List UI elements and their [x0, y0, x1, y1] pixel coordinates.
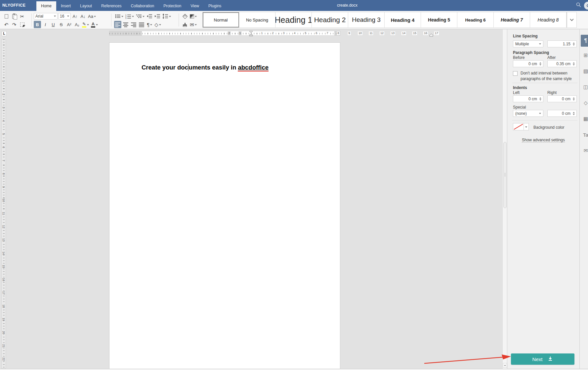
align-right-button[interactable]: [130, 21, 137, 28]
redo-icon: ↷: [12, 22, 17, 27]
chevron-down-icon: [67, 16, 69, 18]
style-heading-5[interactable]: Heading 5: [421, 12, 457, 27]
style-heading-2[interactable]: Heading 2: [312, 12, 348, 27]
style-heading-7[interactable]: Heading 7: [494, 12, 530, 27]
tab-layout[interactable]: Layout: [75, 1, 97, 11]
tab-collaboration[interactable]: Collaboration: [126, 1, 159, 11]
no-interval-checkbox[interactable]: [513, 71, 518, 76]
vertical-ruler[interactable]: 1234567891011121314151617181920212223: [1, 39, 6, 369]
tab-plugins[interactable]: Plugins: [204, 1, 226, 11]
copy-button[interactable]: [3, 13, 10, 20]
image-settings-icon[interactable]: ▧: [581, 65, 588, 77]
numbering-button[interactable]: 123: [125, 13, 135, 20]
paste-button[interactable]: [11, 13, 18, 20]
tab-view[interactable]: View: [186, 1, 204, 11]
line-spacing-select[interactable]: Multiple: [513, 40, 543, 47]
spinner-arrows[interactable]: [539, 96, 542, 102]
table-shading-button[interactable]: [189, 13, 197, 20]
mail-merge-button[interactable]: ✉: [189, 21, 197, 28]
superscript-button[interactable]: A²: [65, 21, 73, 28]
undo-button[interactable]: ↶: [3, 21, 10, 28]
spinner-arrows[interactable]: [572, 61, 575, 67]
document-scrollbar[interactable]: [502, 29, 507, 369]
tab-protection[interactable]: Protection: [159, 1, 186, 11]
font-size-select[interactable]: 16: [58, 13, 71, 20]
font-color-button[interactable]: A: [90, 21, 99, 28]
tab-stop-selector[interactable]: L: [2, 31, 7, 36]
scrollbar-down-button[interactable]: [503, 363, 507, 368]
next-button[interactable]: Next: [511, 353, 574, 365]
tab-home[interactable]: Home: [36, 1, 56, 11]
highlight-color-button[interactable]: ✎: [81, 21, 90, 28]
document-page[interactable]: Create your documents easily in abcdoffi…: [109, 42, 340, 369]
increase-font-button[interactable]: A↑: [71, 13, 79, 20]
multilevel-list-button[interactable]: [135, 13, 145, 20]
indent-right-input[interactable]: 0 cm: [547, 95, 577, 102]
scrollbar-thumb[interactable]: [503, 142, 507, 208]
align-justify-button[interactable]: [138, 21, 145, 28]
style-normal[interactable]: Normal: [203, 12, 239, 27]
align-center-button[interactable]: [122, 21, 129, 28]
spinner-arrows[interactable]: [572, 96, 575, 102]
font-name-select[interactable]: Arial: [34, 13, 58, 20]
change-case-button[interactable]: Aa: [87, 13, 97, 20]
style-heading-8[interactable]: Heading 8: [530, 12, 567, 27]
user-avatar[interactable]: G: [584, 2, 588, 10]
spacing-before-input[interactable]: 0 cm: [513, 60, 543, 67]
chevron-down-icon: [87, 24, 89, 26]
chart-settings-icon[interactable]: ▦: [581, 113, 588, 125]
decrease-indent-button[interactable]: [146, 13, 153, 20]
textart-settings-icon[interactable]: Ta: [581, 129, 588, 141]
indent-marker[interactable]: [249, 31, 253, 36]
spacing-after-input[interactable]: 0.35 cm: [547, 60, 577, 67]
paragraph-shading-button[interactable]: ◇: [154, 21, 162, 28]
tab-references[interactable]: References: [97, 1, 126, 11]
subscript-button[interactable]: A₂: [73, 21, 81, 28]
special-by-input[interactable]: 0 cm: [547, 110, 577, 117]
bullets-button[interactable]: [114, 13, 124, 20]
style-heading-3[interactable]: Heading 3: [348, 12, 385, 27]
headerfooter-settings-icon[interactable]: ◫: [581, 81, 588, 93]
right-indent-marker[interactable]: [429, 33, 434, 37]
paragraph-settings-icon[interactable]: ¶: [581, 35, 588, 47]
style-heading-1[interactable]: Heading 1: [275, 12, 312, 27]
spinner-arrows[interactable]: [572, 111, 575, 116]
italic-button[interactable]: I: [42, 21, 49, 28]
spinner-arrows[interactable]: [539, 61, 542, 67]
copy-style-button[interactable]: [181, 21, 189, 28]
tab-insert[interactable]: Insert: [56, 1, 75, 11]
style-heading-4[interactable]: Heading 4: [385, 12, 421, 27]
style-heading-6[interactable]: Heading 6: [457, 12, 494, 27]
table-settings-icon[interactable]: ⊞: [581, 49, 588, 61]
redo-button[interactable]: ↷: [11, 21, 18, 28]
style-gallery-more-button[interactable]: [567, 12, 577, 28]
ruler-number: 2: [271, 31, 274, 35]
special-select[interactable]: (none): [513, 110, 543, 117]
indent-left-input[interactable]: 0 cm: [513, 95, 543, 102]
spinner-arrows[interactable]: [572, 41, 575, 47]
horizontal-ruler[interactable]: 21 1234567891011121314151617: [109, 31, 340, 36]
chevron-down-icon: [143, 16, 145, 18]
bold-button[interactable]: B: [34, 21, 41, 28]
decrease-font-button[interactable]: A↓: [79, 13, 87, 20]
increase-indent-button[interactable]: [154, 13, 161, 20]
show-advanced-settings-link[interactable]: Show advanced settings: [507, 138, 579, 142]
ruler-number: 20: [2, 331, 6, 335]
shape-settings-icon[interactable]: ◇: [581, 97, 588, 109]
document-heading[interactable]: Create your documents easily in abcdoffi…: [142, 64, 269, 71]
search-button[interactable]: [573, 0, 584, 11]
strikeout-button[interactable]: S: [58, 21, 65, 28]
clear-style-button[interactable]: [181, 13, 189, 20]
cut-button[interactable]: ✂: [19, 13, 26, 20]
select-all-button[interactable]: [19, 21, 26, 28]
nonprinting-characters-button[interactable]: ¶: [146, 21, 153, 28]
style-no-spacing[interactable]: No Spacing: [239, 12, 275, 27]
underline-button[interactable]: U: [50, 21, 57, 28]
align-left-button[interactable]: [114, 21, 121, 28]
mailmerge-settings-icon[interactable]: ✉: [581, 145, 588, 157]
background-color-picker[interactable]: [513, 123, 529, 130]
line-spacing-button[interactable]: [162, 13, 172, 20]
line-spacing-value-input[interactable]: 1.15: [547, 40, 577, 47]
eraser-icon: [182, 14, 188, 19]
ruler-number: 2: [228, 31, 231, 35]
